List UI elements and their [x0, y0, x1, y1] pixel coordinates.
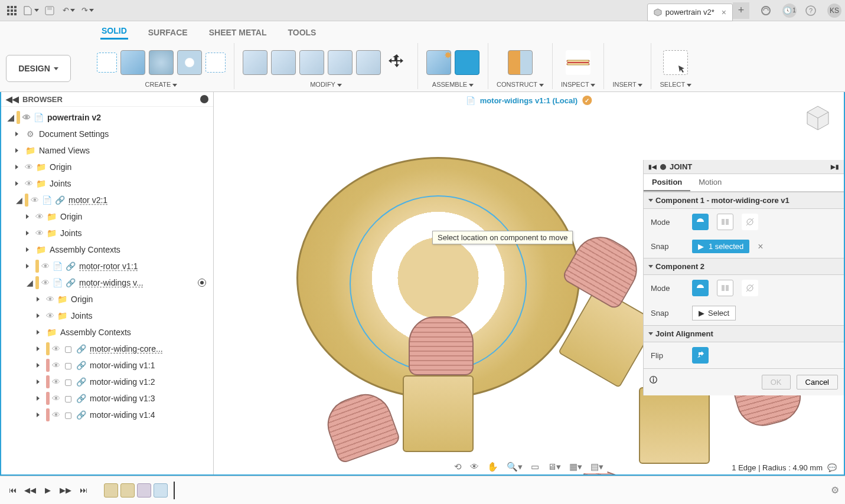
file-menu-icon[interactable]	[22, 2, 39, 19]
user-avatar[interactable]: KS	[827, 4, 841, 18]
timeline-op[interactable]	[154, 483, 168, 498]
mode-simple-icon[interactable]	[692, 214, 709, 230]
tree-widing-core[interactable]: 👁▢🔗motor-widing-core...	[5, 341, 213, 357]
mode-edge-icon-2[interactable]	[742, 280, 758, 296]
close-tab-icon[interactable]: ×	[722, 8, 726, 17]
mode-simple-icon-2[interactable]	[692, 280, 709, 296]
snap-clear-icon[interactable]: ×	[758, 241, 763, 252]
tree-motor-rotor[interactable]: 👁📄🔗motor-rotor v1:1	[5, 258, 213, 274]
jobs-icon[interactable]: 🕓1	[782, 4, 797, 18]
ribbon-tab-solid[interactable]: SOLID	[100, 24, 128, 40]
tree-motor-origin[interactable]: 👁📁Origin	[5, 208, 213, 225]
tree-widings-joints[interactable]: 👁📁Joints	[5, 307, 213, 324]
split-icon[interactable]	[356, 50, 381, 75]
tree-motor[interactable]: ◢👁📄🔗motor v2:1	[5, 192, 213, 208]
ribbon-tab-tools[interactable]: TOOLS	[286, 25, 317, 40]
tree-joints[interactable]: 👁📁Joints	[5, 175, 213, 192]
grid-icon[interactable]: ▦▾	[569, 462, 582, 472]
timeline-play-icon[interactable]: ▶	[41, 484, 54, 497]
new-component-icon[interactable]: ✸	[426, 50, 451, 75]
viewport[interactable]: 📄 motor-widings v1:1 (Local) ✓	[214, 92, 844, 474]
timeline-prev-icon[interactable]: ◀◀	[24, 484, 37, 497]
workspace-selector[interactable]: DESIGN	[6, 55, 71, 82]
view-cube[interactable]	[800, 98, 836, 133]
shell-icon[interactable]	[299, 50, 324, 75]
help-icon[interactable]: ?	[802, 2, 819, 19]
document-tab[interactable]: powertrain v2* ×	[647, 4, 733, 21]
info-icon[interactable]: ⓘ	[650, 375, 657, 390]
tree-doc-settings[interactable]: ⚙Document Settings	[5, 126, 213, 142]
presspull-icon[interactable]	[243, 50, 267, 75]
redo-icon[interactable]: ↷	[79, 2, 96, 19]
joint-icon[interactable]	[455, 50, 479, 75]
orbit-icon[interactable]: ⟲	[454, 462, 462, 472]
look-icon[interactable]: 👁	[470, 462, 479, 472]
app-grid-icon[interactable]	[4, 2, 20, 19]
tree-widing-4[interactable]: 👁▢🔗motor-widing v1:4	[5, 407, 213, 423]
revolve-icon[interactable]	[149, 50, 174, 75]
mode-edge-icon[interactable]	[742, 214, 758, 230]
browser-tree[interactable]: ◢👁📄powertrain v2 ⚙Document Settings 📁Nam…	[1, 107, 213, 474]
tree-widing-2[interactable]: 👁▢🔗motor-widing v1:2	[5, 374, 213, 390]
joint-expand-icon[interactable]: ▶▮	[831, 163, 839, 170]
browser-collapse-icon[interactable]: ◀◀	[6, 94, 19, 104]
active-document-pill[interactable]: 📄 motor-widings v1:1 (Local) ✓	[460, 94, 598, 106]
fit-icon[interactable]: ▭	[531, 462, 539, 472]
tree-widings-origin[interactable]: 👁📁Origin	[5, 291, 213, 307]
tree-widing-3[interactable]: 👁▢🔗motor-widing v1:3	[5, 390, 213, 407]
insert-icon[interactable]	[615, 50, 640, 75]
timeline-settings-icon[interactable]: ⚙	[831, 485, 839, 496]
joint-alignment-header[interactable]: Joint Alignment	[644, 325, 844, 342]
zoom-icon[interactable]: 🔍▾	[507, 462, 523, 472]
flip-button[interactable]	[692, 347, 709, 364]
joint-comp2-header[interactable]: Component 2	[644, 258, 844, 275]
cancel-button[interactable]: Cancel	[797, 375, 838, 390]
tree-motor-joints[interactable]: 👁📁Joints	[5, 225, 213, 241]
tree-origin[interactable]: 👁📁Origin	[5, 159, 213, 175]
select-icon[interactable]	[663, 50, 688, 75]
tree-motor-widings[interactable]: ◢👁📄🔗motor-widings v...	[5, 274, 213, 291]
tree-motor-assyctx[interactable]: 📁Assembly Contexts	[5, 241, 213, 258]
hole-icon[interactable]	[177, 50, 202, 75]
construct-icon[interactable]	[508, 50, 533, 75]
fillet-icon[interactable]	[271, 50, 296, 75]
timeline-op[interactable]	[137, 483, 151, 498]
extensions-icon[interactable]	[758, 2, 774, 19]
move-icon[interactable]	[384, 50, 409, 75]
timeline-op[interactable]	[104, 483, 118, 498]
timeline-start-icon[interactable]: ⏮	[6, 484, 19, 497]
activate-radio[interactable]	[198, 279, 206, 287]
display-icon[interactable]: 🖥▾	[547, 462, 561, 472]
tree-widings-assyctx[interactable]: 📁Assembly Contexts	[5, 324, 213, 341]
tree-named-views[interactable]: 📁Named Views	[5, 142, 213, 159]
combine-icon[interactable]	[328, 50, 353, 75]
mode-between-icon-2[interactable]	[717, 280, 733, 296]
pattern-icon[interactable]	[205, 53, 226, 73]
comments-icon[interactable]: 💬	[827, 463, 837, 472]
timeline-end-icon[interactable]: ⏭	[77, 484, 90, 497]
joint-comp1-header[interactable]: Component 1 - motor-widing-core v1	[644, 192, 844, 209]
extrude-icon[interactable]	[120, 50, 145, 75]
ok-button[interactable]: OK	[762, 375, 791, 390]
joint-tab-position[interactable]: Position	[644, 174, 690, 191]
timeline-next-icon[interactable]: ▶▶	[59, 484, 72, 497]
snap-select-button[interactable]: ▶Select	[692, 306, 736, 320]
joint-tab-motion[interactable]: Motion	[690, 174, 730, 191]
mode-between-icon[interactable]	[717, 214, 733, 230]
tree-widing-1[interactable]: 👁▢🔗motor-widing v1:1	[5, 357, 213, 374]
ribbon-tab-surface[interactable]: SURFACE	[147, 25, 189, 40]
new-tab-button[interactable]: +	[733, 2, 749, 19]
snap-selected-badge[interactable]: ▶1 selected	[692, 240, 749, 253]
save-icon[interactable]	[41, 2, 58, 19]
timeline-op[interactable]	[120, 483, 135, 498]
viewport-menu-icon[interactable]: ▤▾	[590, 462, 603, 472]
measure-icon[interactable]	[566, 50, 590, 75]
joint-panel-header[interactable]: ▮◀ JOINT ▶▮	[644, 160, 844, 174]
tree-root[interactable]: ◢👁📄powertrain v2	[5, 109, 213, 126]
undo-icon[interactable]: ↶	[60, 2, 77, 19]
ribbon-tab-sheetmetal[interactable]: SHEET METAL	[208, 25, 268, 40]
browser-pin-icon[interactable]	[200, 95, 208, 103]
pan-icon[interactable]: ✋	[487, 462, 498, 472]
timeline-marker[interactable]	[174, 482, 175, 499]
sketch-icon[interactable]	[97, 53, 117, 73]
